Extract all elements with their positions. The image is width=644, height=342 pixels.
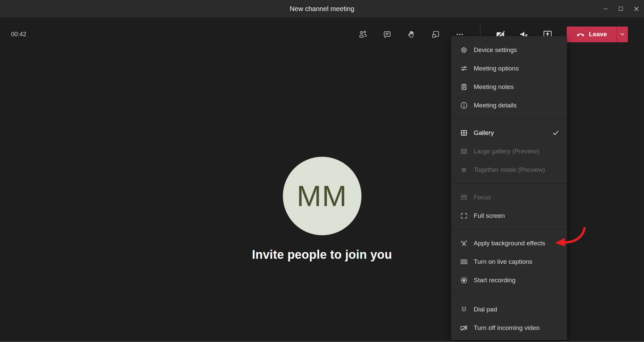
people-icon	[358, 30, 368, 39]
menu-section-layout: Gallery Large gallery (Preview) Tog	[451, 119, 567, 183]
menu-item-device-settings[interactable]: Device settings	[451, 41, 567, 59]
raise-hand-button[interactable]	[399, 27, 423, 42]
gallery-grid-icon	[460, 129, 468, 137]
menu-item-meeting-details[interactable]: Meeting details	[451, 96, 567, 114]
chat-button[interactable]	[375, 27, 399, 42]
menu-item-live-captions[interactable]: Turn on live captions	[451, 252, 567, 271]
maximize-icon	[619, 7, 623, 11]
hangup-phone-icon	[576, 30, 585, 39]
leave-button-group: Leave	[567, 27, 628, 42]
leave-options-button[interactable]	[617, 27, 628, 42]
menu-item-meeting-notes[interactable]: Meeting notes	[451, 78, 567, 96]
menu-item-gallery[interactable]: Gallery	[451, 124, 567, 142]
menu-item-focus: Focus	[451, 188, 567, 206]
minimize-icon	[603, 9, 608, 9]
large-gallery-grid-icon	[460, 147, 468, 156]
record-icon	[460, 276, 468, 285]
menu-item-meeting-options[interactable]: Meeting options	[451, 59, 567, 78]
chevron-down-icon	[620, 33, 625, 36]
show-participants-button[interactable]	[351, 27, 375, 42]
sliders-icon	[460, 64, 468, 73]
menu-section-misc: Dial pad Turn off incoming video	[451, 294, 567, 340]
more-actions-menu: Device settings Meeting options Meeting …	[451, 36, 567, 340]
window-title: New channel meeting	[0, 0, 644, 17]
background-effects-icon	[460, 239, 468, 248]
breakout-rooms-icon	[431, 30, 440, 39]
menu-item-turn-off-incoming-video[interactable]: Turn off incoming video	[451, 319, 567, 337]
dialpad-icon	[460, 305, 468, 314]
notepad-icon	[460, 83, 468, 91]
leave-label: Leave	[589, 31, 607, 38]
meeting-timer: 00:42	[11, 31, 26, 38]
menu-item-start-recording[interactable]: Start recording	[451, 271, 567, 289]
check-icon	[553, 131, 559, 135]
raised-hand-icon	[407, 30, 416, 39]
menu-item-together-mode: Together mode (Preview)	[451, 160, 567, 179]
menu-item-apply-background-effects[interactable]: Apply background effects	[451, 234, 567, 252]
fullscreen-icon	[460, 211, 468, 220]
breakout-rooms-button[interactable]	[423, 27, 447, 42]
avatar-initials: MM	[297, 179, 347, 213]
menu-item-large-gallery: Large gallery (Preview)	[451, 142, 567, 160]
leave-button[interactable]: Leave	[567, 27, 616, 42]
window-controls	[598, 0, 644, 17]
red-arrow-icon	[552, 224, 588, 250]
menu-item-full-screen[interactable]: Full screen	[451, 206, 567, 225]
titlebar: New channel meeting	[0, 0, 644, 17]
camera-slash-icon	[460, 324, 468, 332]
maximize-button[interactable]	[613, 0, 629, 17]
menu-item-dial-pad[interactable]: Dial pad	[451, 300, 567, 319]
menu-section-settings: Device settings Meeting options Meeting …	[451, 36, 567, 119]
annotation-arrow	[552, 224, 588, 250]
close-button[interactable]	[629, 0, 644, 17]
people-group-icon	[460, 165, 468, 174]
minimize-button[interactable]	[598, 0, 613, 17]
closed-captions-icon	[460, 257, 468, 266]
menu-section-view: Focus Full screen	[451, 184, 567, 229]
close-icon	[634, 6, 639, 11]
info-icon	[460, 101, 468, 110]
chat-icon	[383, 30, 392, 39]
gear-icon	[460, 46, 468, 54]
teams-meeting-window: { "window": { "title": "New channel meet…	[0, 0, 644, 342]
menu-section-effects: Apply background effects Turn on live ca…	[451, 230, 567, 294]
presentation-icon	[460, 193, 468, 202]
avatar: MM	[283, 157, 361, 235]
